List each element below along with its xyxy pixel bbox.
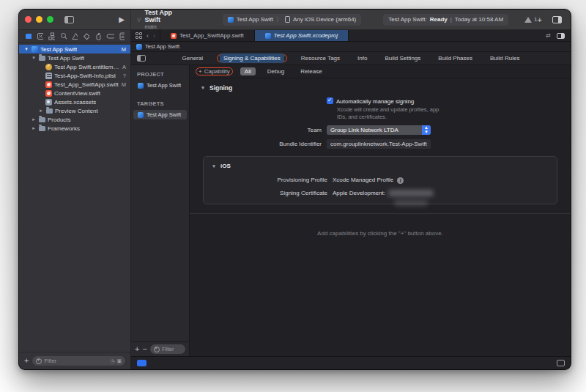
minimize-button[interactable] [36, 16, 42, 23]
folder-icon [46, 108, 53, 114]
target-item[interactable]: Test App Swift [133, 110, 187, 119]
library-plus-button[interactable]: + [538, 15, 542, 24]
file-tree-row[interactable]: ▸ Frameworks [19, 124, 130, 133]
empty-capabilities-hint: Add capabilities by clicking the "+" but… [190, 230, 571, 237]
navigator-filter-bar: + Filter ◷ ▣ [19, 352, 130, 369]
editor-arrangement-icon[interactable]: ⇄ [546, 32, 551, 39]
disclosure-chevron-icon[interactable]: ▸ [31, 117, 37, 122]
team-popup-button[interactable]: Group Link Network LTDA ▲▼ [327, 125, 431, 135]
tab-signing-capabilities[interactable]: Signing & Capabilities [220, 53, 284, 63]
info-icon[interactable]: i [397, 177, 404, 184]
tab-swift-file[interactable]: Test_App_SwiftApp.swift [160, 30, 255, 41]
report-navigator-icon[interactable] [119, 32, 125, 40]
editor-tab-bar: ‹ › Test_App_SwiftApp.swift Test App Swi… [131, 30, 571, 42]
zoom-button[interactable] [47, 16, 53, 23]
file-tree-row[interactable]: ▾ Test App Swift M [19, 45, 130, 53]
bundle-identifier-value: com.grouplinknetwork.Test-App-Swift [330, 141, 427, 147]
scm-filter-icon[interactable]: ▣ [116, 358, 122, 364]
targets-filter-field[interactable]: Filter [150, 344, 185, 354]
add-capability-button[interactable]: + Capability [199, 68, 230, 75]
file-tree-row[interactable]: Assets.xcassets [19, 97, 130, 106]
targets-filter-bar: + − Filter [131, 341, 189, 356]
app-project-icon [265, 33, 271, 39]
file-tree-row[interactable]: Test_App_SwiftApp.swift M [19, 80, 130, 89]
tab-build-phases[interactable]: Build Phases [434, 53, 476, 63]
breakpoint-navigator-icon[interactable] [106, 32, 114, 40]
forward-chevron-icon[interactable]: › [153, 32, 155, 40]
back-chevron-icon[interactable]: ‹ [146, 32, 149, 40]
file-tree-row[interactable]: Test-App-Swift-Info.plist ? [19, 71, 130, 80]
jump-bar[interactable]: Test App Swift [131, 42, 571, 52]
provisioning-profile-label: Provisioning Profile [204, 175, 327, 183]
navigator-filter-field[interactable]: Filter ◷ ▣ [32, 356, 125, 366]
project-item[interactable]: Test App Swift [133, 81, 187, 90]
redacted-smudge [394, 200, 428, 206]
ios-section-header[interactable]: ▾ iOS [204, 160, 557, 171]
tab-overview-icon[interactable] [136, 32, 142, 39]
disclosure-chevron-icon[interactable]: ▾ [23, 46, 29, 52]
scm-status: A [122, 64, 126, 70]
disclosure-chevron-icon[interactable]: ▾ [31, 55, 37, 61]
app-target-icon [138, 112, 144, 118]
project-navigator-icon[interactable] [25, 32, 31, 40]
display-icon[interactable] [557, 360, 565, 366]
navigator-toggle-icon[interactable] [64, 16, 74, 23]
bottom-blue-indicator-icon[interactable] [137, 360, 146, 366]
signing-section-header[interactable]: ▾ Signing [190, 78, 571, 93]
add-file-button[interactable]: + [24, 357, 29, 365]
split-editor-icon[interactable] [557, 33, 565, 39]
file-tree-row[interactable]: ▸ Products [19, 115, 130, 124]
issues-indicator[interactable]: 1 [524, 16, 537, 23]
file-name: Test App Swift [40, 46, 77, 53]
scheme-selector[interactable]: Test App Swift 〉 Any iOS Device (arm64) [223, 14, 362, 26]
test-navigator-icon[interactable] [83, 32, 89, 40]
navigator-sidebar: ▾ Test App Swift M ▾ Test App Swift Test… [19, 30, 131, 369]
auto-manage-checkbox[interactable]: Automatically manage signing [327, 98, 414, 105]
ios-section-title: iOS [220, 163, 231, 169]
disclosure-chevron-icon[interactable]: ▸ [31, 125, 37, 131]
tab-xcodeproj[interactable]: Test App Swift.xcodeproj [255, 30, 349, 41]
file-tree-row[interactable]: ▸ Preview Content [19, 106, 130, 115]
project-editor-tabs: General Signing & Capabilities Resource … [131, 53, 571, 63]
scm-status: M [122, 46, 126, 53]
source-control-navigator-icon[interactable] [37, 32, 43, 40]
close-button[interactable] [25, 16, 31, 23]
scheme-destination: Any iOS Device (arm64) [293, 16, 356, 23]
file-tree-row[interactable]: Test App Swift.entitlements A [19, 62, 130, 71]
file-tree-row[interactable]: ContentView.swift [19, 89, 130, 97]
tab-general[interactable]: General [179, 53, 207, 63]
tab-build-rules[interactable]: Build Rules [486, 53, 523, 63]
team-value: Group Link Network LTDA [330, 127, 398, 133]
run-button[interactable]: ▶ [119, 16, 125, 23]
targets-header: TARGETS [131, 90, 189, 110]
disclosure-chevron-icon[interactable]: ▸ [38, 108, 44, 114]
segment-release[interactable]: Release [296, 67, 326, 75]
segment-debug[interactable]: Debug [263, 67, 289, 75]
debug-navigator-icon[interactable] [94, 32, 101, 40]
recent-files-icon[interactable]: ◷ [110, 358, 114, 364]
segment-all[interactable]: All [240, 67, 256, 75]
issue-navigator-icon[interactable] [72, 32, 78, 40]
project-item-label: Test App Swift [146, 82, 181, 89]
file-tree-row[interactable]: ▾ Test App Swift [19, 53, 130, 62]
popup-stepper-icon: ▲▼ [422, 125, 431, 135]
folder-icon [39, 117, 45, 122]
tab-build-settings[interactable]: Build Settings [381, 53, 424, 63]
xcode-window: ▶ ⑂ Test App Swift main Test App Swift 〉… [18, 9, 571, 370]
annotation-oval-capability: + Capability [196, 67, 233, 75]
tab-resource-tags[interactable]: Resource Tags [297, 53, 344, 63]
team-label: Team [190, 125, 322, 133]
section-divider [190, 213, 571, 214]
inspector-toggle-icon[interactable] [552, 16, 562, 23]
tab-info[interactable]: Info [354, 53, 371, 63]
titlebar: ▶ ⑂ Test App Swift main Test App Swift 〉… [19, 10, 571, 30]
add-target-button[interactable]: + [135, 345, 139, 353]
window-project-title: Test App Swift [144, 9, 184, 23]
bundle-identifier-field[interactable]: com.grouplinknetwork.Test-App-Swift [327, 139, 431, 149]
find-navigator-icon[interactable] [60, 32, 67, 40]
activity-status[interactable]: Test App Swift: Ready | Today at 10:58 A… [383, 14, 508, 26]
remove-target-button[interactable]: − [142, 345, 146, 353]
symbol-navigator-icon[interactable] [48, 32, 55, 40]
status-project: Test App Swift: [388, 16, 426, 23]
capability-label: Capability [204, 68, 230, 75]
